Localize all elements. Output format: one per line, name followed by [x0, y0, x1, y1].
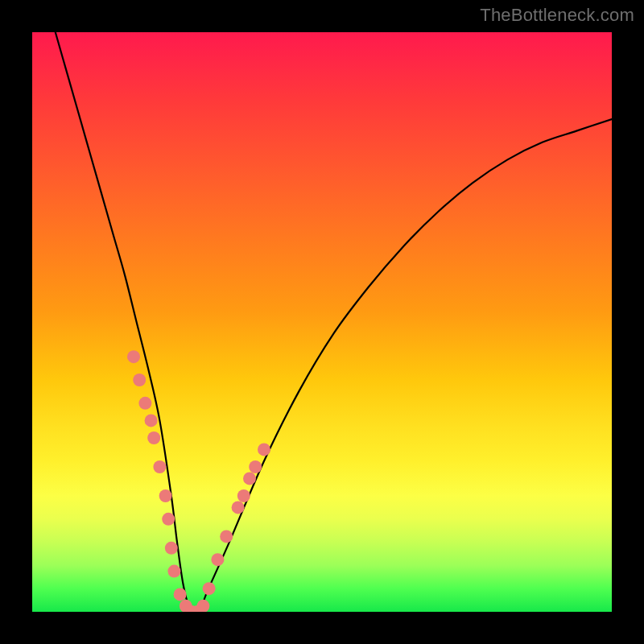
marker-dot	[133, 374, 146, 386]
bottleneck-curve	[56, 32, 612, 612]
marker-dot	[162, 513, 175, 526]
marker-dot	[153, 460, 166, 473]
marker-dot	[249, 460, 262, 473]
marker-dot	[243, 472, 256, 485]
marker-dot	[211, 553, 224, 566]
marker-dot	[220, 530, 233, 543]
marker-dots	[127, 350, 270, 612]
marker-dot	[203, 582, 216, 595]
marker-dot	[138, 397, 151, 410]
plot-area	[32, 32, 612, 612]
marker-dot	[165, 542, 178, 555]
chart-svg	[32, 32, 612, 612]
marker-dot	[174, 588, 187, 601]
marker-dot	[167, 565, 180, 578]
marker-dot	[145, 414, 158, 427]
marker-dot	[237, 489, 250, 502]
marker-dot	[159, 489, 172, 502]
marker-dot	[232, 501, 245, 514]
watermark-text: TheBottleneck.com	[480, 5, 634, 26]
marker-dot	[258, 443, 270, 456]
chart-stage: TheBottleneck.com	[0, 0, 644, 644]
marker-dot	[196, 600, 209, 612]
marker-dot	[127, 350, 140, 363]
marker-dot	[147, 431, 160, 444]
